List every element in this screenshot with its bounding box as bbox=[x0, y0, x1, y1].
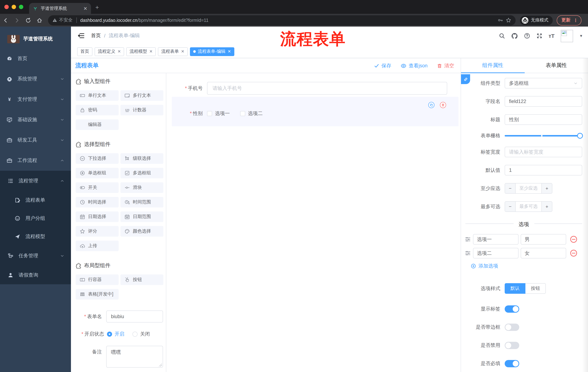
sidebar-item-支付管理[interactable]: ¥支付管理 bbox=[0, 89, 71, 110]
field-name-input[interactable]: field122 bbox=[505, 96, 582, 107]
toggle-是否带边框[interactable] bbox=[505, 324, 519, 331]
palette-item-开关[interactable]: 开关 bbox=[76, 182, 119, 193]
clear-button[interactable]: 清空 bbox=[437, 63, 454, 69]
drag-handle-icon[interactable] bbox=[465, 250, 471, 256]
palette-item-日期选择[interactable]: 日期选择 bbox=[76, 212, 119, 222]
toggle-是否必填[interactable] bbox=[505, 360, 519, 367]
help-icon[interactable] bbox=[524, 33, 530, 39]
palette-item-表格[开发中][interactable]: 表格[开发中] bbox=[76, 289, 119, 299]
status-off-radio[interactable]: 关闭 bbox=[132, 331, 150, 337]
palette-item-下拉选择[interactable]: 下拉选择 bbox=[76, 153, 119, 164]
option-label-input[interactable]: 选项一 bbox=[473, 234, 518, 244]
plus-button[interactable]: + bbox=[542, 202, 552, 212]
option-value-input[interactable]: 男 bbox=[521, 234, 566, 244]
sidebar-item-任务管理[interactable]: 任务管理 bbox=[0, 246, 71, 266]
palette-item-单行文本[interactable]: 单行文本 bbox=[76, 90, 119, 101]
home-icon[interactable] bbox=[34, 17, 45, 23]
checkbox[interactable] bbox=[207, 111, 212, 116]
palette-item-时间范围[interactable]: 时间范围 bbox=[120, 197, 163, 207]
kebab-menu-icon[interactable]: ⋮ bbox=[573, 18, 578, 23]
form-remark-textarea[interactable]: 嘿嘿 bbox=[106, 346, 163, 368]
avatar[interactable] bbox=[561, 30, 573, 42]
search-icon[interactable] bbox=[499, 33, 505, 39]
toggle-是否禁用[interactable] bbox=[505, 342, 519, 349]
palette-item-日期范围[interactable]: 日期范围 bbox=[120, 212, 163, 222]
browser-update-button[interactable]: 更新 ⋮ bbox=[557, 15, 581, 25]
tab-component-props[interactable]: 组件属性 bbox=[461, 58, 525, 73]
link-corner-button[interactable] bbox=[461, 74, 470, 84]
view-tab-流程模型[interactable]: 流程模型✕ bbox=[126, 47, 156, 56]
palette-item-级联选择[interactable]: 级联选择 bbox=[120, 153, 163, 164]
option-value-input[interactable]: 女 bbox=[521, 248, 566, 258]
sidebar-logo[interactable]: 芋道管理系统 bbox=[0, 27, 71, 45]
slider-handle[interactable] bbox=[577, 133, 583, 139]
palette-item-时间选择[interactable]: 时间选择 bbox=[76, 197, 119, 207]
sidebar-item-流程表单[interactable]: 流程表单 bbox=[0, 191, 71, 209]
font-size-icon[interactable]: ᴛT bbox=[548, 33, 555, 39]
sidebar-item-基础设施[interactable]: 基础设施 bbox=[0, 110, 71, 130]
minus-button[interactable]: − bbox=[505, 202, 515, 212]
key-icon[interactable] bbox=[498, 18, 503, 23]
fullscreen-icon[interactable] bbox=[536, 33, 542, 39]
sidebar-item-首页[interactable]: 首页 bbox=[0, 48, 71, 69]
phone-form-item[interactable]: *手机号 请输入手机号 bbox=[172, 82, 459, 95]
view-tab-流程表单[interactable]: 流程表单✕ bbox=[158, 47, 188, 56]
phone-input[interactable]: 请输入手机号 bbox=[207, 82, 447, 95]
toggle-显示标签[interactable] bbox=[505, 305, 519, 313]
forward-icon[interactable] bbox=[11, 17, 22, 23]
reload-icon[interactable] bbox=[22, 17, 34, 23]
checkbox[interactable] bbox=[240, 111, 245, 116]
view-json-button[interactable]: 查看json bbox=[401, 63, 428, 69]
maximize-window-button[interactable] bbox=[19, 5, 23, 9]
chevron-down-icon[interactable]: ▼ bbox=[579, 34, 583, 38]
sidebar-item-请假查询[interactable]: 请假查询 bbox=[0, 266, 71, 284]
bookmark-star-icon[interactable] bbox=[506, 18, 511, 23]
sidebar-item-工作流程[interactable]: 工作流程 bbox=[0, 150, 71, 171]
sidebar-item-研发工具[interactable]: 研发工具 bbox=[0, 130, 71, 150]
palette-item-多行文本[interactable]: 多行文本 bbox=[120, 90, 163, 101]
save-button[interactable]: 保存 bbox=[374, 63, 391, 69]
browser-tab[interactable]: 芋道管理系统 ✕ bbox=[29, 3, 91, 14]
remove-option-button[interactable] bbox=[570, 249, 578, 257]
palette-item-密码[interactable]: 密码 bbox=[76, 105, 119, 115]
selected-gender-widget[interactable]: *性别 选项一选项二 bbox=[172, 97, 459, 126]
palette-item-滑块[interactable]: 滑块 bbox=[120, 182, 163, 193]
sidebar-item-用户分组[interactable]: 用户分组 bbox=[0, 209, 71, 227]
palette-item-单选框组[interactable]: 单选框组 bbox=[76, 168, 119, 178]
minimize-window-button[interactable] bbox=[12, 5, 16, 9]
max-select-stepper[interactable]: − 最多可选 + bbox=[505, 201, 552, 212]
window-controls[interactable] bbox=[4, 5, 23, 9]
sidebar-collapse-icon[interactable] bbox=[77, 32, 84, 39]
palette-item-评分[interactable]: 评分 bbox=[76, 226, 119, 237]
tab-form-props[interactable]: 表单属性 bbox=[525, 58, 588, 73]
label-width-input[interactable]: 请输入标签宽度 bbox=[505, 147, 582, 157]
palette-item-上传[interactable]: 上传 bbox=[76, 241, 119, 251]
view-tab-流程定义[interactable]: 流程定义✕ bbox=[94, 47, 124, 56]
title-input[interactable]: 性别 bbox=[505, 114, 582, 125]
style-default-button[interactable]: 默认 bbox=[505, 283, 525, 294]
view-tab-首页[interactable]: 首页 bbox=[77, 47, 92, 56]
new-tab-button[interactable]: + bbox=[95, 4, 99, 11]
palette-item-颜色选择[interactable]: 颜色选择 bbox=[120, 226, 163, 237]
gender-option-选项二[interactable]: 选项二 bbox=[240, 110, 263, 117]
sidebar-item-流程模型[interactable]: 流程模型 bbox=[0, 227, 71, 246]
gender-option-选项一[interactable]: 选项一 bbox=[207, 110, 230, 117]
close-window-button[interactable] bbox=[4, 5, 9, 9]
form-name-input[interactable]: biubiu bbox=[106, 310, 163, 322]
minus-button[interactable]: − bbox=[505, 183, 515, 193]
add-option-button[interactable]: 添加选项 bbox=[471, 263, 582, 269]
sidebar-item-流程管理[interactable]: 流程管理 bbox=[0, 171, 71, 191]
default-value-input[interactable]: 1 bbox=[505, 165, 582, 175]
breadcrumb-home[interactable]: 首页 bbox=[91, 32, 101, 39]
option-label-input[interactable]: 选项二 bbox=[473, 248, 518, 258]
github-icon[interactable] bbox=[511, 32, 518, 39]
remove-option-button[interactable] bbox=[570, 235, 578, 243]
palette-item-编辑器[interactable]: 编辑器 bbox=[76, 119, 119, 130]
style-button-button[interactable]: 按钮 bbox=[525, 283, 546, 294]
plus-button[interactable]: + bbox=[542, 183, 552, 193]
palette-item-行容器[interactable]: 行容器 bbox=[76, 275, 119, 285]
drag-handle-icon[interactable] bbox=[465, 236, 471, 242]
tab-close-icon[interactable]: ✕ bbox=[181, 49, 184, 54]
component-type-select[interactable]: 多选框组 bbox=[505, 78, 582, 88]
status-on-radio[interactable]: 开启 bbox=[107, 331, 125, 337]
